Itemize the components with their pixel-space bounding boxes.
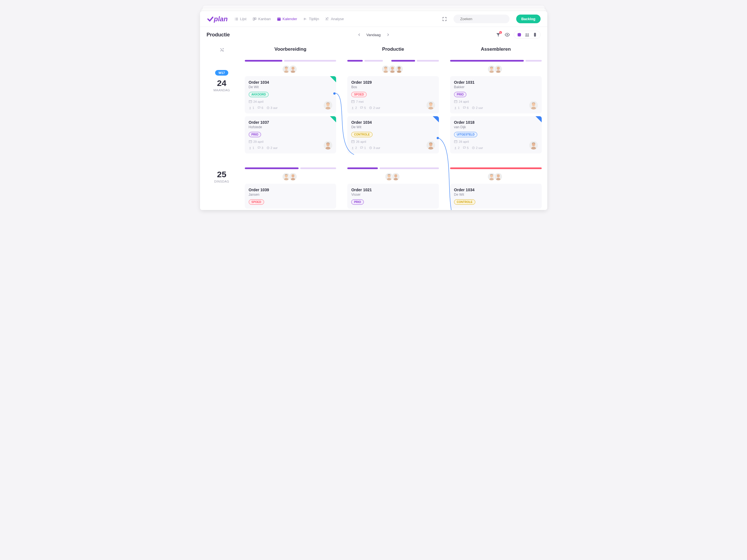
card-date: 7 mei [351,100,435,103]
day-cell[interactable]: Order 1029BosSPOED7 mei 2 5 2 uur Order … [344,56,442,160]
order-card[interactable]: Order 1034De WitAKKOORD24 april 1 6 3 uu… [245,76,336,113]
avatar[interactable] [494,172,503,181]
logo[interactable]: plan [207,15,228,23]
nav-tijdlijn[interactable]: Tijdlijn [303,17,319,21]
eye-icon [505,32,510,37]
card-title: Order 1039 [249,188,332,192]
card-corner [433,116,439,122]
search-input[interactable] [460,17,507,21]
today-label[interactable]: Vandaag [366,33,381,37]
assignee-avatar[interactable] [324,101,332,109]
card-date: 29 april [249,140,332,143]
avatar[interactable] [395,65,403,73]
upload-count: 1 [454,106,460,109]
avatar[interactable] [494,65,503,73]
day-cell[interactable]: Order 1034De WitAKKOORD24 april 1 6 3 uu… [241,56,340,160]
card-title: Order 1034 [249,80,332,85]
order-card[interactable]: Order 1021VisserPRIO [347,184,439,209]
nav-lijst[interactable]: Lijst [234,17,247,21]
date-icon [454,100,457,103]
comment-count: 1 [360,146,366,150]
date-icon [249,140,252,143]
card-title: Order 1018 [454,120,538,125]
svg-point-19 [326,143,330,146]
svg-point-55 [490,175,493,177]
svg-point-53 [532,143,535,146]
time-count: 2 uur [267,146,278,150]
puzzle-button[interactable] [517,32,522,37]
avatars [245,65,336,73]
comment-icon [258,106,260,109]
order-card[interactable]: Order 1031BakkerPRIO24 april 1 6 2 uur [450,76,542,113]
progress-bar [450,60,542,61]
assignee-avatar[interactable] [530,141,538,150]
svg-point-11 [291,67,294,70]
chevron-left-icon[interactable] [358,33,361,36]
order-card[interactable]: Order 1034De WitCONTROLE26 april 2 1 3 u… [347,116,439,154]
svg-point-27 [391,67,393,70]
avatars [347,172,439,181]
svg-rect-1 [255,18,256,19]
visibility-button[interactable] [505,32,510,37]
chart-icon [325,17,329,21]
svg-point-29 [397,67,400,70]
nav-label: Kanban [258,17,271,21]
upload-icon [351,106,354,109]
toolbar: 0 [496,31,541,38]
nav-kanban[interactable]: Kanban [253,17,271,21]
filter-badge: 0 [499,31,502,34]
svg-point-37 [429,143,433,146]
upload-icon [249,106,252,109]
avatar[interactable] [289,65,297,73]
shuffle-icon[interactable] [220,48,224,52]
order-card[interactable]: Order 1018van DijkUITGESTELD28 april 2 5… [450,116,542,154]
chevron-right-icon[interactable] [386,33,389,36]
time-icon [267,106,269,109]
status-badge: PRIO [249,132,261,137]
search-box[interactable] [454,15,510,23]
avatar[interactable] [391,172,400,181]
day-cell[interactable]: Order 1039JansenSPOED [241,163,340,210]
column-header: Assembleren [447,43,545,56]
date-rail: W17 24 MAANDAG 25 DINSDAG [202,43,241,210]
nav-kalender[interactable]: Kalender [277,17,297,21]
assignee-avatar[interactable] [427,101,435,109]
avatars [450,172,542,181]
nav-label: Tijdlijn [309,17,319,21]
day-cell[interactable]: Order 1021VisserPRIO [344,163,442,210]
team-button[interactable] [524,32,530,37]
day-cell[interactable]: Order 1034De WitCONTROLE [447,163,545,210]
fullscreen-icon[interactable] [442,17,447,21]
order-card[interactable]: Order 1039JansenSPOED [245,184,336,209]
col-assembleren: Assembleren Order 1031BakkerPRIO24 april… [447,43,545,210]
order-card[interactable]: Order 1029BosSPOED7 mei 2 5 2 uur [347,76,439,113]
nav-analyse[interactable]: Analyse [325,17,344,21]
order-card[interactable]: Order 1037HofstedePRIO29 april 1 3 2 uur [245,116,336,154]
assignee-avatar[interactable] [324,141,332,150]
progress-bar [347,60,439,61]
week-pill: W17 [215,70,228,76]
card-date: 24 april [249,100,332,103]
status-badge: CONTROLE [454,199,475,205]
avatar[interactable] [289,172,297,181]
time-count: 2 uur [472,146,483,150]
day-cell[interactable]: Order 1031BakkerPRIO24 april 1 6 2 uur O… [447,56,545,160]
backlog-button[interactable]: Backlog [516,15,541,23]
assignee-avatar[interactable] [530,101,538,109]
comment-count: 5 [463,146,469,150]
resource-icon [533,32,538,37]
assignee-avatar[interactable] [427,141,435,150]
comment-icon [360,106,363,109]
subbar: Productie Vandaag 0 [200,27,547,43]
order-card[interactable]: Order 1034De WitCONTROLE [450,184,542,209]
svg-rect-46 [454,101,457,103]
svg-rect-12 [249,101,252,103]
filter-button[interactable]: 0 [496,32,501,37]
svg-rect-34 [352,140,354,143]
date-nav: Vandaag [358,33,389,37]
progress-bar [245,60,336,61]
resource-button[interactable] [533,32,538,37]
upload-count: 1 [249,106,254,109]
time-icon [267,146,269,149]
upload-count: 2 [454,146,460,150]
